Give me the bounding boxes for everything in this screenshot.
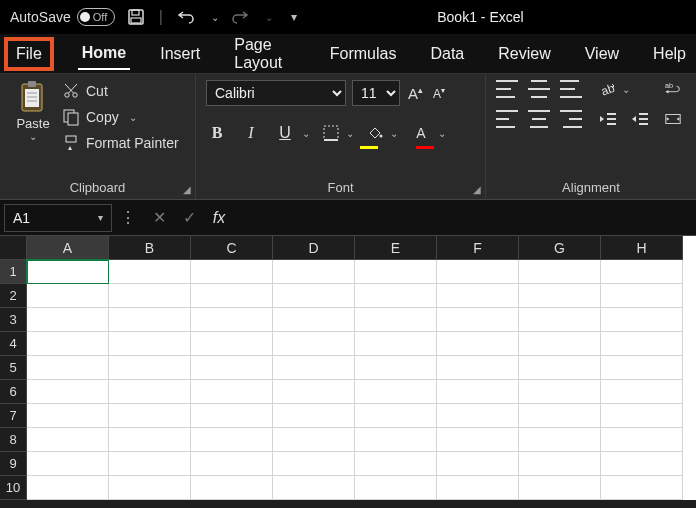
cell[interactable] — [273, 380, 355, 404]
cell[interactable] — [273, 356, 355, 380]
formula-input[interactable] — [234, 204, 696, 232]
cell[interactable] — [191, 452, 273, 476]
cell[interactable] — [355, 476, 437, 500]
tab-review[interactable]: Review — [494, 39, 554, 69]
cell[interactable] — [355, 404, 437, 428]
cell[interactable] — [109, 308, 191, 332]
column-header[interactable]: E — [355, 236, 437, 260]
cell[interactable] — [355, 284, 437, 308]
column-header[interactable]: F — [437, 236, 519, 260]
font-color-button[interactable]: A ⌄ — [410, 122, 446, 144]
row-header[interactable]: 7 — [0, 404, 27, 428]
cell[interactable] — [27, 284, 109, 308]
cell[interactable] — [519, 452, 601, 476]
cell[interactable] — [109, 404, 191, 428]
enter-formula-icon[interactable]: ✓ — [174, 208, 204, 227]
cell[interactable] — [27, 332, 109, 356]
cell[interactable] — [109, 452, 191, 476]
wrap-text-button[interactable]: ab — [664, 80, 682, 98]
undo-icon[interactable] — [177, 8, 195, 26]
decrease-indent-button[interactable] — [598, 110, 620, 128]
column-header[interactable]: C — [191, 236, 273, 260]
cell[interactable] — [191, 356, 273, 380]
italic-button[interactable]: I — [240, 122, 262, 144]
align-right-button[interactable] — [560, 110, 582, 128]
undo-dropdown[interactable]: ⌄ — [211, 12, 219, 23]
cell[interactable] — [355, 452, 437, 476]
tab-home[interactable]: Home — [78, 38, 130, 70]
paste-button[interactable]: Paste ⌄ — [10, 80, 56, 142]
cell[interactable] — [273, 452, 355, 476]
column-header[interactable]: H — [601, 236, 683, 260]
select-all-corner[interactable] — [0, 236, 27, 260]
cell[interactable] — [601, 404, 683, 428]
cell[interactable] — [273, 476, 355, 500]
row-header[interactable]: 1 — [0, 260, 27, 284]
fill-color-button[interactable]: ⌄ — [366, 124, 398, 142]
redo-dropdown[interactable]: ⌄ — [265, 12, 273, 23]
tab-formulas[interactable]: Formulas — [326, 39, 401, 69]
cell[interactable] — [27, 308, 109, 332]
cell[interactable] — [601, 380, 683, 404]
cell[interactable] — [437, 308, 519, 332]
cell[interactable] — [601, 260, 683, 284]
clipboard-dialog-launcher-icon[interactable]: ◢ — [183, 184, 191, 195]
tab-data[interactable]: Data — [426, 39, 468, 69]
cell[interactable] — [355, 428, 437, 452]
cell[interactable] — [191, 284, 273, 308]
cell[interactable] — [191, 260, 273, 284]
font-dialog-launcher-icon[interactable]: ◢ — [473, 184, 481, 195]
cell[interactable] — [191, 476, 273, 500]
cell[interactable] — [355, 332, 437, 356]
cell[interactable] — [109, 284, 191, 308]
increase-indent-button[interactable] — [630, 110, 652, 128]
cell[interactable] — [601, 308, 683, 332]
align-middle-button[interactable] — [528, 80, 550, 98]
cell[interactable] — [273, 308, 355, 332]
cell[interactable] — [519, 356, 601, 380]
cell[interactable] — [437, 452, 519, 476]
decrease-font-icon[interactable]: A▾ — [431, 84, 447, 103]
row-header[interactable]: 6 — [0, 380, 27, 404]
format-painter-button[interactable]: Format Painter — [62, 134, 179, 152]
cell[interactable] — [355, 356, 437, 380]
column-header[interactable]: B — [109, 236, 191, 260]
row-header[interactable]: 5 — [0, 356, 27, 380]
cell[interactable] — [273, 404, 355, 428]
tab-page-layout[interactable]: Page Layout — [230, 30, 300, 78]
formula-bar-handle-icon[interactable]: ⋮ — [112, 208, 144, 227]
cell[interactable] — [273, 428, 355, 452]
cell[interactable] — [191, 404, 273, 428]
cut-button[interactable]: Cut — [62, 82, 179, 100]
cell[interactable] — [355, 260, 437, 284]
cell[interactable] — [109, 356, 191, 380]
bold-button[interactable]: B — [206, 122, 228, 144]
cell[interactable] — [601, 356, 683, 380]
orientation-button[interactable]: ab ⌄ — [598, 80, 652, 98]
cell[interactable] — [191, 308, 273, 332]
cell[interactable] — [437, 260, 519, 284]
cell[interactable] — [355, 308, 437, 332]
cell[interactable] — [601, 452, 683, 476]
row-header[interactable]: 10 — [0, 476, 27, 500]
merge-button[interactable] — [664, 110, 682, 128]
fx-icon[interactable]: fx — [204, 209, 234, 227]
copy-dropdown-icon[interactable]: ⌄ — [129, 112, 137, 123]
redo-icon[interactable] — [231, 8, 249, 26]
cell[interactable] — [109, 428, 191, 452]
cell[interactable] — [519, 476, 601, 500]
cell[interactable] — [601, 332, 683, 356]
row-header[interactable]: 9 — [0, 452, 27, 476]
cell[interactable] — [27, 428, 109, 452]
cell[interactable] — [519, 260, 601, 284]
tab-help[interactable]: Help — [649, 39, 690, 69]
row-header[interactable]: 8 — [0, 428, 27, 452]
align-top-button[interactable] — [496, 80, 518, 98]
cell[interactable] — [437, 380, 519, 404]
cell[interactable] — [437, 356, 519, 380]
cell[interactable] — [519, 428, 601, 452]
tab-view[interactable]: View — [581, 39, 623, 69]
row-header[interactable]: 2 — [0, 284, 27, 308]
cell[interactable] — [519, 380, 601, 404]
tab-file[interactable]: File — [6, 39, 52, 69]
